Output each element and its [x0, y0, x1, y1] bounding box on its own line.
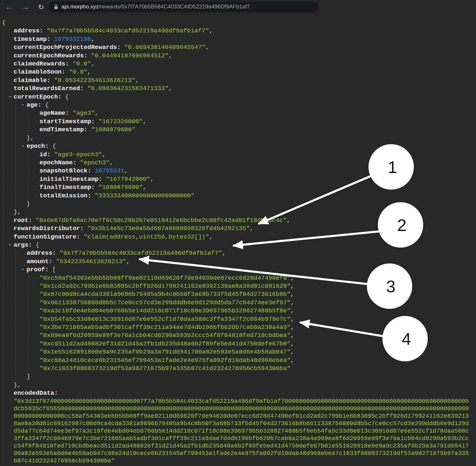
json-value: "age3-epoch3" — [54, 151, 102, 158]
row-proof-close: ] — [27, 373, 474, 381]
json-key: epochName — [40, 159, 73, 166]
lock-icon[interactable] — [54, 4, 58, 10]
proof-item: "0xc58af54303ebbb5bb08ff9ae02110d69620f7… — [40, 274, 474, 282]
json-value: "0x7f7a70b5b584c4033cafd52219a496df9afb1… — [60, 250, 222, 257]
row-epoch-header: -epoch:{ — [27, 142, 474, 150]
currentEpoch-block: -age:{ ageName:"age3", startTimestamp:"1… — [15, 101, 474, 208]
json-value: "53422354613626213" — [56, 258, 126, 265]
json-value: "0x6611338756880d8b5c7ce0cc57cd3e299dddb… — [40, 299, 290, 306]
json-value: "0.04494187696984512" — [91, 52, 168, 59]
json-value: "0x1e551628918e0e9a9c235af0b29a3a791d694… — [40, 348, 290, 355]
json-key: address — [27, 250, 52, 257]
json-key: startTimestamp — [40, 118, 91, 125]
epoch-block: id:"age3-epoch3", epochName:"epoch3", sn… — [28, 151, 474, 200]
proof-item: "0x1e551628918e0e9a9c235af0b29a3a791d694… — [40, 348, 474, 356]
row-snapshotBlock: snapshotBlock:16755531, — [40, 167, 474, 175]
row-epoch-close: } — [27, 200, 474, 208]
proof-block: "0xc58af54303ebbb5bb08ff9ae02110d69620f7… — [28, 274, 474, 373]
row-currentEpochProjectedRewards: currentEpochProjectedRewards:"0.06943814… — [14, 43, 474, 52]
proof-item: "0x87c00d9ca4cda3381a9696b79485a9b4c8b50… — [40, 290, 474, 298]
json-key: root — [14, 217, 28, 224]
root-open-brace: { — [2, 19, 474, 27]
proof-item: "0x6611338756880d8b5c7ce0cc57cd3e299dddb… — [40, 299, 474, 307]
row-args-header: -args:{ — [14, 241, 474, 249]
json-key: id — [40, 151, 47, 158]
row-encodedData-key: encodedData: — [14, 389, 474, 397]
json-value: "0.053422354613626213" — [54, 77, 135, 84]
json-value: "0xcd511d2ad49882ef31d21d45a2fb1db235d48… — [40, 340, 290, 347]
json-value: "0xb54fa5c33d8e013c36916d87e6e552cf1d78d… — [40, 316, 290, 323]
forward-icon[interactable]: → — [22, 3, 29, 11]
row-root: root:"0x6e67dbfa6ac70e7f6c50c28b2b7e8519… — [14, 216, 474, 225]
json-value: "1677942000" — [106, 176, 150, 183]
collapse-toggle-icon[interactable]: - — [21, 142, 25, 150]
row-address: address:"0x7f7a70b5b584c4033cafd52219a49… — [14, 27, 474, 35]
json-key: claimableSoon — [14, 68, 62, 76]
url-host: api.morpho.xyz — [62, 4, 99, 10]
json-key: totalEmission — [40, 192, 87, 199]
row-initialTimestamp: initialTimestamp:"1677942000", — [40, 175, 474, 183]
root-block: address:"0x7f7a70b5b584c4033cafd52219a49… — [4, 27, 474, 464]
row-claimableSoon: claimableSoon:"0.0", — [14, 68, 474, 76]
json-key: initialTimestamp — [40, 176, 98, 183]
json-key: epoch — [27, 143, 45, 150]
proof-item: "0x7c1033f8888373219df53a98271875b97a335… — [40, 365, 474, 373]
row-currentEpochRewards: currentEpochRewards:"0.04494187696984512… — [14, 52, 474, 60]
json-key: currentEpochProjectedRewards — [14, 44, 117, 51]
json-value: "1680879600" — [91, 126, 135, 133]
row-args-address: address:"0x7f7a70b5b584c4033cafd52219a49… — [27, 249, 474, 257]
json-value: "0x09ea8f6d20959e89f3e76a1cb04cd0290a593… — [40, 332, 290, 339]
json-value: "claim(address,uint256,bytes32[])" — [84, 233, 209, 240]
json-key: totalRewardsEarned — [14, 85, 80, 92]
url-bar[interactable]: api.morpho.xyz/rewards/0x7f7A70b5B584C40… — [49, 2, 319, 12]
json-key: currentEpochRewards — [14, 52, 84, 59]
json-value: "1680879600" — [98, 184, 143, 191]
row-epochName: epochName:"epoch3", — [40, 159, 474, 167]
row-totalEmission: totalEmission:"3333334000000000000000000… — [40, 192, 474, 200]
collapse-toggle-icon[interactable]: - — [21, 266, 25, 274]
json-key: encodedData — [14, 390, 54, 397]
reload-icon[interactable]: ↻ — [38, 4, 44, 10]
row-ageName: ageName:"age3", — [40, 109, 474, 117]
row-age-header: -age:{ — [27, 101, 474, 109]
json-key: finalTimestamp — [40, 184, 91, 191]
row-rewardsDistributor: rewardsDistributor:"0x3b14e5c73e0a56d607… — [14, 225, 474, 233]
row-proof-header: -proof:[ — [27, 266, 474, 274]
json-value: "0xa3c18fde4ebd04eb0766b5e14dd218c071f10… — [40, 307, 290, 314]
json-key: functionSignature — [14, 233, 76, 240]
json-value: "0.069438140409645547" — [124, 44, 206, 51]
proof-item: "0xc88a24d10cece6b231545ef799453a1fade2e… — [40, 356, 474, 365]
collapse-toggle-icon[interactable]: - — [8, 93, 12, 101]
json-key: claimable — [14, 77, 47, 84]
json-key: amount — [27, 258, 49, 265]
collapse-toggle-icon[interactable]: - — [8, 241, 12, 249]
json-viewer: { address:"0x7f7a70b5b584c4033cafd52219a… — [0, 14, 476, 466]
json-key: address — [14, 27, 40, 34]
row-args-close: }, — [14, 381, 474, 389]
json-value: "epoch3" — [80, 159, 109, 166]
row-functionSignature: functionSignature:"claim(address,uint256… — [14, 233, 474, 241]
json-key: proof — [27, 266, 45, 273]
back-icon[interactable]: ← — [5, 3, 13, 11]
row-args-amount: amount:"53422354613626213", — [27, 258, 474, 266]
json-value: "0xc58af54303ebbb5bb08ff9ae02110d69620f7… — [40, 274, 290, 282]
row-currentEpoch-header: -currentEpoch:{ — [14, 93, 474, 101]
json-key: ageName — [40, 110, 65, 117]
json-key: claimedRewards — [14, 60, 65, 67]
json-key: endTimestamp — [40, 126, 84, 133]
encodedData-value: "0x3d13f8740000000000000000000000007f7a7… — [14, 398, 469, 465]
json-key: snapshotBlock — [40, 167, 87, 174]
json-value: "0xc88a24d10cece6b231545ef799453a1fade2e… — [40, 357, 290, 364]
collapse-toggle-icon[interactable]: - — [21, 101, 25, 109]
proof-item: "0xcd511d2ad49882ef31d21d45a2fb1db235d48… — [40, 340, 474, 348]
row-finalTimestamp: finalTimestamp:"1680879600", — [40, 183, 474, 192]
json-value: "0x7c1033f8888373219df53a98271875b97a335… — [40, 365, 290, 372]
proof-item: "0xb54fa5c33d8e013c36916d87e6e552cf1d78d… — [40, 315, 474, 323]
json-value: "3333334000000000000000000" — [95, 192, 195, 199]
args-block: address:"0x7f7a70b5b584c4033cafd52219a49… — [15, 249, 474, 381]
json-key: age — [27, 101, 38, 109]
json-key: timestamp — [14, 36, 47, 43]
proof-item: "0xa3c18fde4ebd04eb0766b5e14dd218c071f10… — [40, 307, 474, 315]
json-value: "0x1cd2a02c799b1e6b83895c2bff926d1799241… — [40, 283, 290, 290]
row-currentEpoch-close: }, — [14, 208, 474, 216]
